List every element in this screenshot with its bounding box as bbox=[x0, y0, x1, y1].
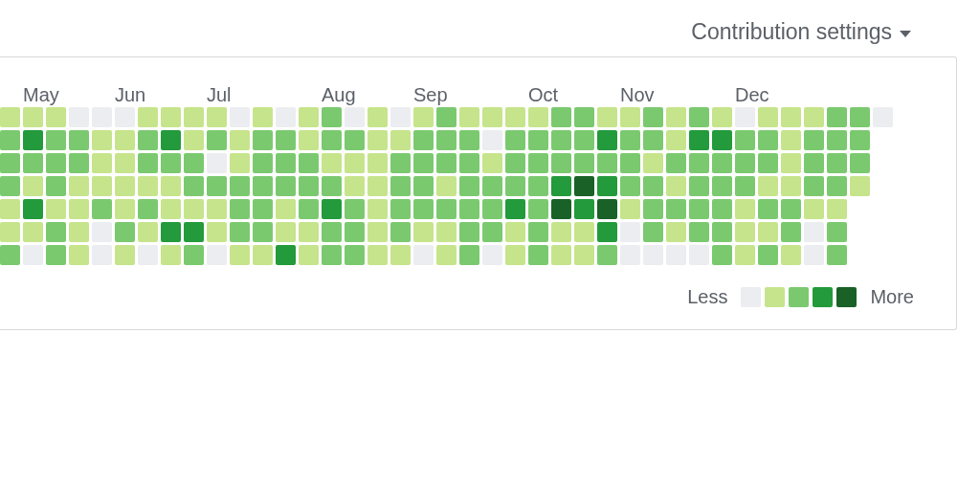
day-cell[interactable] bbox=[712, 130, 732, 150]
day-cell[interactable] bbox=[551, 199, 571, 219]
day-cell[interactable] bbox=[804, 176, 824, 196]
day-cell[interactable] bbox=[92, 245, 112, 265]
day-cell[interactable] bbox=[413, 245, 434, 265]
day-cell[interactable] bbox=[69, 130, 89, 150]
day-cell[interactable] bbox=[276, 176, 296, 196]
day-cell[interactable] bbox=[23, 222, 43, 242]
day-cell[interactable] bbox=[322, 176, 342, 196]
day-cell[interactable] bbox=[482, 245, 502, 265]
day-cell[interactable] bbox=[643, 130, 663, 150]
day-cell[interactable] bbox=[574, 245, 594, 265]
day-cell[interactable] bbox=[689, 107, 709, 127]
day-cell[interactable] bbox=[322, 107, 342, 127]
day-cell[interactable] bbox=[299, 107, 319, 127]
day-cell[interactable] bbox=[390, 176, 411, 196]
day-cell[interactable] bbox=[551, 130, 571, 150]
day-cell[interactable] bbox=[184, 176, 204, 196]
day-cell[interactable] bbox=[827, 176, 847, 196]
day-cell[interactable] bbox=[69, 245, 89, 265]
day-cell[interactable] bbox=[574, 130, 594, 150]
day-cell[interactable] bbox=[528, 245, 548, 265]
day-cell[interactable] bbox=[597, 130, 617, 150]
day-cell[interactable] bbox=[528, 222, 548, 242]
day-cell[interactable] bbox=[459, 130, 479, 150]
day-cell[interactable] bbox=[115, 222, 135, 242]
day-cell[interactable] bbox=[712, 245, 732, 265]
day-cell[interactable] bbox=[390, 245, 411, 265]
day-cell[interactable] bbox=[781, 130, 801, 150]
day-cell[interactable] bbox=[666, 107, 686, 127]
day-cell[interactable] bbox=[528, 153, 548, 173]
day-cell[interactable] bbox=[92, 153, 112, 173]
day-cell[interactable] bbox=[482, 199, 502, 219]
day-cell[interactable] bbox=[276, 199, 296, 219]
day-cell[interactable] bbox=[735, 222, 755, 242]
day-cell[interactable] bbox=[46, 107, 66, 127]
day-cell[interactable] bbox=[827, 107, 847, 127]
day-cell[interactable] bbox=[276, 153, 296, 173]
day-cell[interactable] bbox=[620, 245, 640, 265]
day-cell[interactable] bbox=[92, 222, 112, 242]
day-cell[interactable] bbox=[230, 222, 250, 242]
day-cell[interactable] bbox=[184, 199, 204, 219]
day-cell[interactable] bbox=[804, 245, 824, 265]
day-cell[interactable] bbox=[184, 153, 204, 173]
day-cell[interactable] bbox=[92, 199, 112, 219]
day-cell[interactable] bbox=[207, 222, 227, 242]
day-cell[interactable] bbox=[92, 176, 112, 196]
day-cell[interactable] bbox=[850, 153, 870, 173]
day-cell[interactable] bbox=[299, 153, 319, 173]
day-cell[interactable] bbox=[436, 107, 457, 127]
day-cell[interactable] bbox=[299, 245, 319, 265]
day-cell[interactable] bbox=[0, 176, 20, 196]
day-cell[interactable] bbox=[138, 107, 158, 127]
day-cell[interactable] bbox=[643, 222, 663, 242]
day-cell[interactable] bbox=[689, 245, 709, 265]
day-cell[interactable] bbox=[92, 107, 112, 127]
day-cell[interactable] bbox=[551, 153, 571, 173]
day-cell[interactable] bbox=[735, 107, 755, 127]
day-cell[interactable] bbox=[115, 130, 135, 150]
day-cell[interactable] bbox=[505, 199, 525, 219]
day-cell[interactable] bbox=[643, 153, 663, 173]
day-cell[interactable] bbox=[322, 130, 342, 150]
day-cell[interactable] bbox=[253, 130, 273, 150]
day-cell[interactable] bbox=[689, 199, 709, 219]
day-cell[interactable] bbox=[551, 107, 571, 127]
day-cell[interactable] bbox=[69, 176, 89, 196]
day-cell[interactable] bbox=[345, 199, 365, 219]
day-cell[interactable] bbox=[115, 245, 135, 265]
day-cell[interactable] bbox=[505, 222, 525, 242]
day-cell[interactable] bbox=[689, 222, 709, 242]
day-cell[interactable] bbox=[115, 176, 135, 196]
day-cell[interactable] bbox=[620, 199, 640, 219]
day-cell[interactable] bbox=[459, 222, 479, 242]
day-cell[interactable] bbox=[574, 107, 594, 127]
day-cell[interactable] bbox=[712, 107, 732, 127]
day-cell[interactable] bbox=[184, 245, 204, 265]
day-cell[interactable] bbox=[207, 130, 227, 150]
day-cell[interactable] bbox=[390, 153, 411, 173]
day-cell[interactable] bbox=[712, 199, 732, 219]
day-cell[interactable] bbox=[505, 130, 525, 150]
contribution-settings-dropdown[interactable]: Contribution settings bbox=[691, 19, 911, 45]
day-cell[interactable] bbox=[666, 199, 686, 219]
day-cell[interactable] bbox=[597, 153, 617, 173]
day-cell[interactable] bbox=[230, 107, 250, 127]
day-cell[interactable] bbox=[597, 107, 617, 127]
day-cell[interactable] bbox=[276, 245, 296, 265]
day-cell[interactable] bbox=[850, 107, 870, 127]
day-cell[interactable] bbox=[735, 153, 755, 173]
day-cell[interactable] bbox=[597, 222, 617, 242]
day-cell[interactable] bbox=[230, 153, 250, 173]
day-cell[interactable] bbox=[368, 153, 388, 173]
day-cell[interactable] bbox=[138, 153, 158, 173]
day-cell[interactable] bbox=[230, 199, 250, 219]
day-cell[interactable] bbox=[413, 153, 434, 173]
day-cell[interactable] bbox=[436, 199, 457, 219]
day-cell[interactable] bbox=[161, 153, 181, 173]
day-cell[interactable] bbox=[138, 245, 158, 265]
day-cell[interactable] bbox=[482, 176, 502, 196]
day-cell[interactable] bbox=[482, 222, 502, 242]
day-cell[interactable] bbox=[115, 107, 135, 127]
